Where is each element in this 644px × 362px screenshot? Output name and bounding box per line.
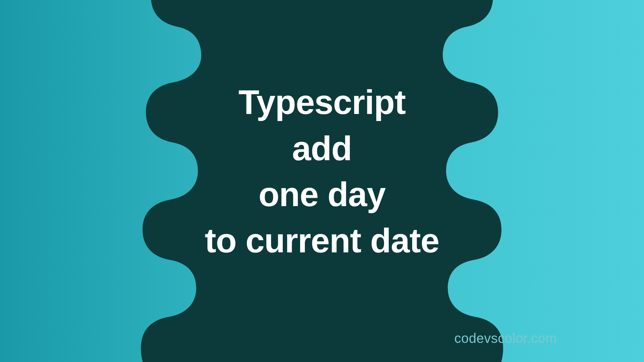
title-container: Typescript add one day to current date bbox=[205, 79, 439, 264]
watermark-text: codevscolor.com bbox=[454, 331, 557, 346]
title-line-1: Typescript bbox=[205, 79, 439, 126]
title-line-4: to current date bbox=[205, 218, 439, 264]
title-line-3: one day bbox=[205, 172, 439, 218]
title-line-2: add bbox=[205, 126, 439, 172]
